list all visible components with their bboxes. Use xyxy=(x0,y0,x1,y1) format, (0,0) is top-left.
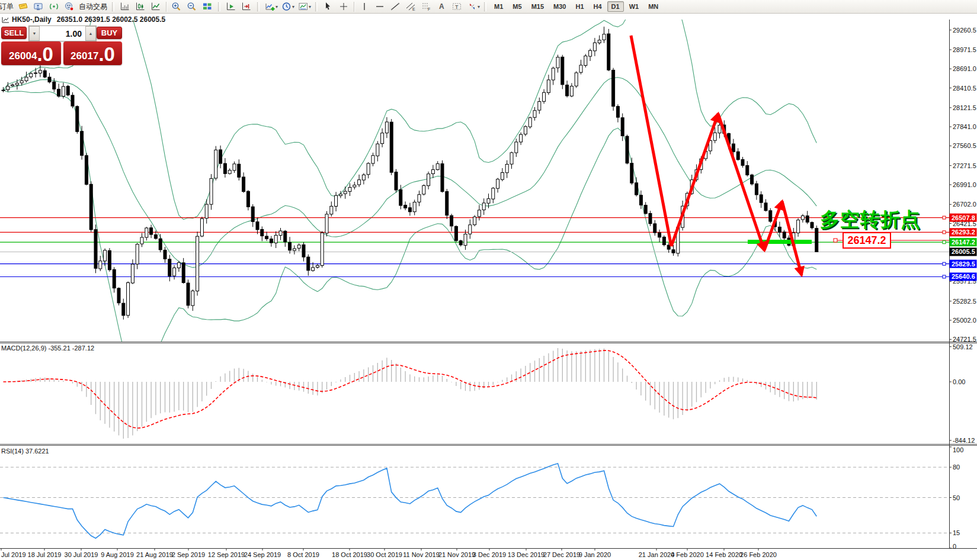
sell-price[interactable]: 26004 .0 xyxy=(1,41,61,65)
label-icon[interactable]: T xyxy=(449,0,465,13)
timeframe-w1[interactable]: W1 xyxy=(625,1,643,12)
timeframe-m1[interactable]: M1 xyxy=(490,1,507,12)
level-endpoint-marker[interactable] xyxy=(943,231,946,234)
fibonacci-icon[interactable]: F xyxy=(418,0,434,13)
new-order-button[interactable]: 新订单 xyxy=(0,2,15,12)
volume-decrease-button[interactable]: ▼ xyxy=(29,26,40,41)
autotrading-icon[interactable] xyxy=(62,0,77,13)
price-tag-anchor[interactable] xyxy=(834,239,837,242)
horizontal-line-icon[interactable] xyxy=(372,0,387,13)
autoscroll-icon[interactable] xyxy=(223,0,239,13)
ticket-icon[interactable] xyxy=(15,0,31,13)
new-order-button-label: 新订单 xyxy=(0,2,14,11)
chart-plot-area[interactable] xyxy=(0,20,949,342)
channel-icon[interactable]: E xyxy=(403,0,418,13)
level-endpoint-marker[interactable] xyxy=(943,241,946,244)
terminal-icon[interactable] xyxy=(31,0,46,13)
price-tag-value: 26147.2 xyxy=(847,234,886,246)
volume-increase-button[interactable]: ▲ xyxy=(85,26,96,41)
timeframe-m5[interactable]: M5 xyxy=(508,1,526,12)
zoom-out-icon[interactable] xyxy=(184,0,200,13)
chart-candles-icon[interactable] xyxy=(133,0,148,13)
toolbar-grip xyxy=(218,2,220,11)
chart-shift-icon[interactable] xyxy=(239,0,254,13)
autotrading-button[interactable]: 自动交易 xyxy=(79,2,107,12)
toolbar: 新订单自动交易▾▾▾EFAT▾M1M5M15M30H1H4D1W1MN xyxy=(0,0,977,14)
toolbar-grip xyxy=(484,2,486,11)
timeframe-m30[interactable]: M30 xyxy=(549,1,570,12)
svg-text:E: E xyxy=(412,7,415,11)
crosshair-icon[interactable] xyxy=(336,0,351,13)
buy-price[interactable]: 26017 .0 xyxy=(63,41,122,65)
rsi-indicator-label: RSI(14) 37.6221 xyxy=(1,448,49,455)
chart-line-icon[interactable] xyxy=(148,0,164,13)
cursor-icon[interactable] xyxy=(321,0,336,13)
level-endpoint-marker[interactable] xyxy=(943,262,946,265)
chart-window-icon xyxy=(2,17,9,23)
indicators-button-caret[interactable]: ▾ xyxy=(276,4,278,9)
tile-windows-icon[interactable] xyxy=(200,0,215,13)
level-endpoint-marker[interactable] xyxy=(943,275,946,278)
chart-window: 26147.229260.528971.528691.028410.528121… xyxy=(0,0,977,560)
timeframe-h1[interactable]: H1 xyxy=(571,1,588,12)
one-click-trading-panel: SELL ▼ 1.00 ▲ BUY 26004 .0 26017 .0 xyxy=(1,25,122,64)
time-axis[interactable] xyxy=(0,549,977,560)
toolbar-grip xyxy=(257,2,260,11)
trendline-icon[interactable] xyxy=(387,0,403,13)
chart-title-bar: HK50-,Daily 26351.0 26391.5 26002.5 2600… xyxy=(2,15,165,24)
sell-button[interactable]: SELL xyxy=(1,27,27,39)
svg-text:F: F xyxy=(428,7,430,11)
svg-text:A: A xyxy=(439,2,444,11)
volume-control: ▼ 1.00 ▲ xyxy=(28,25,97,41)
chart-ohlc-values: 26351.0 26391.5 26002.5 26005.5 xyxy=(57,15,166,24)
arrows-button-caret[interactable]: ▾ xyxy=(478,4,480,9)
timeframe-h4[interactable]: H4 xyxy=(590,1,606,12)
volume-input[interactable]: 1.00 xyxy=(40,26,85,41)
turning-point-annotation: 多空转折点 xyxy=(820,207,921,233)
vertical-line-icon[interactable] xyxy=(357,0,372,13)
toolbar-separator xyxy=(166,2,166,12)
zoom-in-icon[interactable] xyxy=(169,0,184,13)
sell-price-decimal: .0 xyxy=(37,44,53,64)
price-axis[interactable] xyxy=(949,20,977,548)
timeframe-d1[interactable]: D1 xyxy=(607,1,624,12)
templates-button-caret[interactable]: ▾ xyxy=(309,4,311,9)
toolbar-grip xyxy=(315,2,318,11)
svg-text:T: T xyxy=(455,4,459,10)
periods-button-caret[interactable]: ▾ xyxy=(292,4,294,9)
support-highlight-bar[interactable] xyxy=(748,240,812,244)
macd-indicator-label: MACD(12,26,9) -355.21 -287.12 xyxy=(1,345,94,352)
buy-price-decimal: .0 xyxy=(98,44,115,64)
sell-price-main: 26004 xyxy=(9,49,37,64)
signal-icon[interactable] xyxy=(46,0,62,13)
text-icon[interactable]: A xyxy=(434,0,449,13)
toolbar-separator xyxy=(354,2,354,12)
chart-symbol-period: HK50-,Daily xyxy=(12,15,52,24)
chart-bars-icon[interactable] xyxy=(117,0,133,13)
timeframe-m15[interactable]: M15 xyxy=(527,1,548,12)
toolbar-grip xyxy=(112,2,114,11)
level-endpoint-marker[interactable] xyxy=(943,216,946,219)
buy-button[interactable]: BUY xyxy=(97,27,122,39)
timeframe-mn[interactable]: MN xyxy=(644,1,662,12)
buy-price-main: 26017 xyxy=(71,49,98,64)
